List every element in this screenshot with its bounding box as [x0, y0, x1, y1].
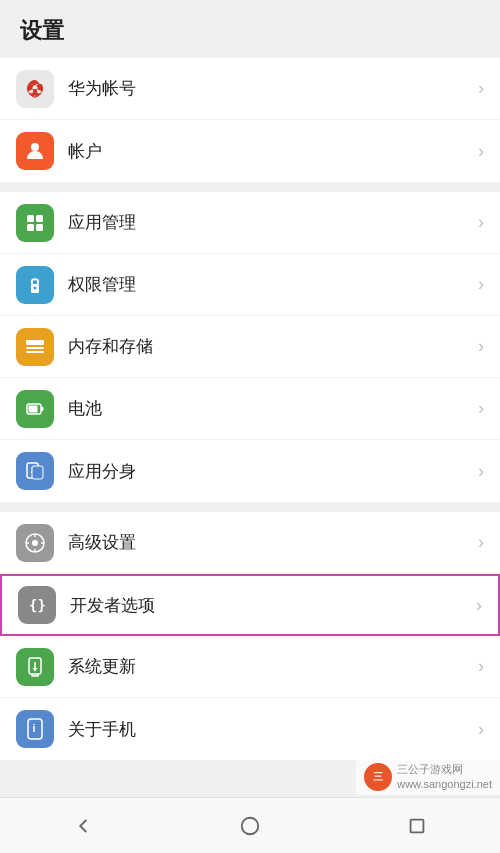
battery-icon	[23, 397, 47, 421]
bottom-nav	[0, 797, 500, 853]
watermark-site: www.sangongzi.net	[397, 777, 492, 791]
storage-label: 内存和存储	[68, 335, 470, 358]
app-manage-label: 应用管理	[68, 211, 470, 234]
svg-rect-10	[26, 351, 44, 353]
watermark: 三 三公子游戏网 www.sangongzi.net	[356, 758, 500, 795]
developer-icon-wrap: {}	[18, 586, 56, 624]
settings-list: 设置 华为帐号 ›	[0, 0, 500, 797]
menu-item-battery[interactable]: 电池 ›	[0, 378, 500, 440]
advanced-icon	[23, 531, 47, 555]
account-label: 帐户	[68, 140, 470, 163]
battery-chevron: ›	[478, 398, 484, 419]
advanced-chevron: ›	[478, 532, 484, 553]
menu-item-about[interactable]: i 关于手机 ›	[0, 698, 500, 760]
page-title: 设置	[0, 0, 500, 58]
group-2: 应用管理 › 权限管理 › 内存	[0, 192, 500, 502]
clone-icon: 2	[23, 459, 47, 483]
svg-point-28	[242, 817, 259, 834]
storage-icon	[23, 335, 47, 359]
developer-icon: {}	[25, 593, 49, 617]
svg-rect-12	[29, 405, 38, 412]
svg-rect-2	[27, 215, 34, 222]
account-chevron: ›	[478, 141, 484, 162]
about-icon-wrap: i	[16, 710, 54, 748]
battery-icon-wrap	[16, 390, 54, 428]
developer-label: 开发者选项	[70, 594, 468, 617]
svg-rect-8	[26, 340, 44, 345]
account-icon-wrap	[16, 132, 54, 170]
svg-rect-4	[27, 224, 34, 231]
menu-item-update[interactable]: 系统更新 ›	[0, 636, 500, 698]
account-icon	[23, 139, 47, 163]
svg-rect-13	[41, 407, 44, 411]
permission-label: 权限管理	[68, 273, 470, 296]
about-label: 关于手机	[68, 718, 470, 741]
svg-rect-29	[410, 819, 423, 832]
watermark-text: 三公子游戏网 www.sangongzi.net	[397, 762, 492, 791]
svg-rect-5	[36, 224, 43, 231]
clone-label: 应用分身	[68, 460, 470, 483]
svg-rect-3	[36, 215, 43, 222]
permission-chevron: ›	[478, 274, 484, 295]
menu-item-app-manage[interactable]: 应用管理 ›	[0, 192, 500, 254]
menu-item-developer[interactable]: {} 开发者选项 ›	[0, 574, 500, 636]
svg-text:{}: {}	[29, 597, 46, 613]
recents-icon	[406, 815, 428, 837]
menu-item-clone[interactable]: 2 应用分身 ›	[0, 440, 500, 502]
menu-item-huawei-account[interactable]: 华为帐号 ›	[0, 58, 500, 120]
battery-label: 电池	[68, 397, 470, 420]
huawei-icon	[23, 77, 47, 101]
app-manage-chevron: ›	[478, 212, 484, 233]
back-icon	[72, 815, 94, 837]
update-chevron: ›	[478, 656, 484, 677]
menu-item-advanced[interactable]: 高级设置 ›	[0, 512, 500, 574]
huawei-account-icon-wrap	[16, 70, 54, 108]
nav-back-button[interactable]	[53, 806, 113, 846]
advanced-icon-wrap	[16, 524, 54, 562]
nav-home-button[interactable]	[220, 806, 280, 846]
storage-icon-wrap	[16, 328, 54, 366]
update-icon-wrap	[16, 648, 54, 686]
home-icon	[239, 815, 261, 837]
nav-recents-button[interactable]	[387, 806, 447, 846]
group-1: 华为帐号 › 帐户 ›	[0, 58, 500, 182]
developer-chevron: ›	[476, 595, 482, 616]
about-chevron: ›	[478, 719, 484, 740]
svg-point-1	[31, 143, 39, 151]
advanced-label: 高级设置	[68, 531, 470, 554]
menu-item-permission[interactable]: 权限管理 ›	[0, 254, 500, 316]
svg-point-0	[33, 88, 37, 92]
svg-text:i: i	[33, 722, 36, 734]
svg-point-7	[34, 286, 37, 289]
svg-rect-16	[32, 466, 43, 479]
update-icon	[23, 655, 47, 679]
watermark-brand: 三公子游戏网	[397, 762, 492, 776]
menu-item-storage[interactable]: 内存和存储 ›	[0, 316, 500, 378]
app-manage-icon-wrap	[16, 204, 54, 242]
svg-point-18	[32, 540, 38, 546]
menu-item-account[interactable]: 帐户 ›	[0, 120, 500, 182]
update-label: 系统更新	[68, 655, 470, 678]
svg-rect-9	[26, 347, 44, 349]
permission-icon	[23, 273, 47, 297]
group-3: 高级设置 › {} 开发者选项 › 系统更新	[0, 512, 500, 760]
clone-icon-wrap: 2	[16, 452, 54, 490]
permission-icon-wrap	[16, 266, 54, 304]
clone-chevron: ›	[478, 461, 484, 482]
watermark-logo: 三	[364, 763, 392, 791]
app-manage-icon	[23, 211, 47, 235]
about-icon: i	[23, 717, 47, 741]
huawei-account-label: 华为帐号	[68, 77, 470, 100]
huawei-account-chevron: ›	[478, 78, 484, 99]
storage-chevron: ›	[478, 336, 484, 357]
